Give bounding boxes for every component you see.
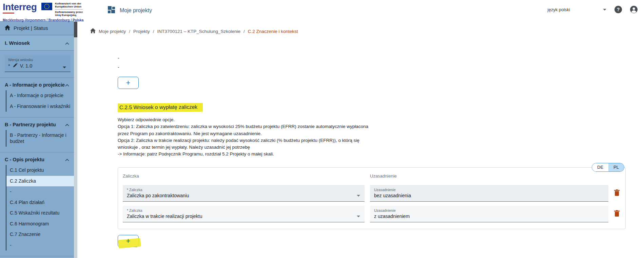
sidebar-item-project-status[interactable]: Projekt | Status — [0, 21, 74, 35]
uzasadnienie-input-label: Uzasadnienie — [374, 188, 604, 192]
sidebar-group: B - Partnerzy projektuB - Partnerzy - In… — [0, 117, 74, 147]
zaliczka-select[interactable]: * ZaliczkaZaliczka po zakontraktowaniu — [123, 185, 365, 202]
section-description: Wybierz odpowiednie opcje.Opcja 1: Zalic… — [118, 116, 626, 158]
trash-icon — [614, 210, 620, 218]
sidebar-section-wniosek[interactable]: I. Wniosek — [0, 35, 74, 51]
zaliczka-table: Zaliczka Uzasadnienie * ZaliczkaZaliczka… — [118, 167, 626, 229]
sidebar-item[interactable]: C.6 Harmonogram — [6, 219, 74, 229]
sidebar-item[interactable]: C.4 Plan działań — [6, 197, 74, 208]
chevron-down-icon — [603, 6, 607, 13]
topnav-my-projects[interactable]: Moje projekty — [108, 6, 152, 15]
uzasadnienie-input-value: z uzasadnieniem — [374, 214, 604, 219]
zaliczka-select-value: Zaliczka po zakontraktowaniu — [127, 193, 360, 198]
add-item-button[interactable]: + — [118, 77, 139, 89]
add-row-button[interactable]: + — [118, 235, 139, 247]
uzasadnienie-input[interactable]: Uzasadnieniebez uzasadnienia — [370, 185, 608, 202]
sidebar-item[interactable]: C.1 Cel projektu — [6, 165, 74, 176]
sidebar-section-header[interactable]: B - Partnerzy projektu — [0, 119, 74, 130]
application-window: Interreg Kofinanziert von der Europäisch… — [0, 0, 644, 258]
apps-grid-icon — [108, 6, 115, 15]
table-row: * ZaliczkaZaliczka w trakcie realizacji … — [118, 204, 625, 224]
chevron-up-icon — [65, 82, 69, 88]
top-header: Interreg Kofinanziert von der Europäisch… — [0, 0, 644, 21]
caret-down-icon — [62, 64, 66, 70]
sidebar-item[interactable]: C.2 Zaliczka — [6, 176, 74, 187]
breadcrumb-separator: / — [153, 29, 154, 34]
sidebar-home-label: Projekt | Status — [14, 25, 48, 31]
program-region-label: Mecklenburg-Vorpommern / Brandenburg / P… — [3, 18, 83, 22]
zaliczka-select-label: * Zaliczka — [127, 208, 360, 213]
user-icon[interactable] — [630, 5, 638, 14]
eu-cofinance-text: Kofinanziert von der Europäischen Union … — [55, 2, 83, 17]
zaliczka-select[interactable]: * ZaliczkaZaliczka w trakcie realizacji … — [123, 206, 365, 222]
sidebar-item[interactable]: C.5 Wskaźniki rezultatu — [6, 208, 74, 219]
home-icon — [5, 25, 10, 31]
language-select-value[interactable]: język polski — [548, 7, 570, 12]
breadcrumb-link[interactable]: INT3700121 – KTP_Schulung_Szkolenie — [157, 29, 240, 34]
sidebar-item[interactable]: - — [6, 240, 74, 251]
uzasadnienie-input[interactable]: Uzasadnieniez uzasadnieniem — [370, 206, 608, 222]
zaliczka-select-value: Zaliczka w trakcie realizacji projektu — [127, 214, 360, 219]
sidebar-group-items: B - Partnerzy - Informacje i budżet — [6, 130, 74, 147]
breadcrumb-link[interactable]: Projekty — [133, 29, 150, 34]
topnav-title[interactable]: Moje projekty — [120, 7, 152, 14]
plus-icon: + — [126, 79, 131, 87]
help-icon[interactable]: ? — [614, 5, 622, 14]
column-header-uzasadnienie: Uzasadnienie — [370, 173, 621, 179]
plus-icon: + — [126, 237, 131, 245]
breadcrumb-current: C.2 Znaczenie i kontekst — [248, 29, 298, 34]
breadcrumb-separator: / — [129, 29, 130, 34]
delete-row-button[interactable] — [608, 189, 621, 198]
description-line: wnioskuje , oraz termin jej wypłaty. Nal… — [118, 144, 626, 151]
breadcrumb: Moje projekty/Projekty/INT3700121 – KTP_… — [77, 21, 644, 34]
sidebar-section-wniosek-label: I. Wniosek — [5, 40, 30, 46]
breadcrumb-separator: / — [243, 29, 245, 34]
delete-row-button[interactable] — [608, 210, 621, 218]
uzasadnienie-input-label: Uzasadnienie — [374, 208, 604, 213]
chevron-up-icon — [65, 157, 69, 162]
language-toggle-option-pl[interactable]: PL — [608, 163, 624, 171]
zaliczka-select-label: * Zaliczka — [127, 188, 360, 192]
table-header-row: Zaliczka Uzasadnienie — [118, 168, 625, 183]
interreg-wordmark: Interreg — [3, 2, 37, 12]
eu-flag-icon — [41, 3, 52, 12]
description-line: Opcja 1: Zaliczka po zatwierdzeniu: zali… — [118, 123, 626, 130]
main-panel: Moje projekty/Projekty/INT3700121 – KTP_… — [77, 21, 644, 258]
description-line: przez Program po zakontraktowaniu. Nie j… — [118, 130, 626, 137]
version-required-asterisk: * — [8, 63, 10, 69]
interreg-red-bar — [3, 13, 14, 14]
version-select[interactable]: Wersja wniosku * V. 1.0 — [5, 55, 71, 72]
uzasadnienie-input-value: bez uzasadnienia — [374, 193, 604, 198]
section-title: C.2.5 Wniosek o wypłatę zaliczek — [118, 103, 626, 112]
language-select[interactable]: język polski — [548, 6, 607, 13]
sidebar-group: C - Opis projektuC.1 Cel projektuC.2 Zal… — [0, 152, 74, 251]
sidebar-item[interactable]: C.7 Znaczenie — [6, 229, 74, 240]
sidebar-section-label: C - Opis projektu — [5, 157, 44, 162]
sidebar-section-label: A - Informacje o projekcie — [5, 82, 65, 88]
description-line: Opcja 2: Zaliczka w trakcie realizacji p… — [118, 137, 626, 144]
svg-text:?: ? — [617, 7, 620, 12]
pencil-icon — [13, 63, 18, 69]
sidebar-scrollbar-thumb[interactable] — [74, 22, 77, 37]
interreg-logo: Interreg Kofinanziert von der Europäisch… — [3, 2, 83, 22]
sidebar-item[interactable]: - — [6, 186, 74, 197]
breadcrumb-link[interactable]: Moje projekty — [99, 29, 126, 34]
description-line: Wybierz odpowiednie opcje. — [118, 116, 626, 123]
sidebar-group: A - Informacje o projekcieA - Informacje… — [0, 77, 74, 112]
chevron-up-icon — [65, 40, 69, 46]
table-row: * ZaliczkaZaliczka po zakontraktowaniuUz… — [118, 183, 625, 204]
language-toggle-option-de[interactable]: DE — [592, 163, 608, 171]
sidebar-scrollbar[interactable] — [74, 21, 77, 258]
sidebar-section-header[interactable]: A - Informacje o projekcie — [0, 79, 74, 90]
sidebar-item[interactable]: A - Informacje o projekcie — [6, 90, 74, 101]
trash-icon — [614, 189, 620, 198]
highlighted-section-title: C.2.5 Wniosek o wypłatę zaliczek — [118, 103, 203, 112]
column-header-zaliczka: Zaliczka — [123, 173, 365, 179]
field-language-toggle: DEPL — [592, 163, 624, 172]
chevron-up-icon — [65, 122, 69, 127]
placeholder-dash: - — [118, 55, 626, 64]
home-icon[interactable] — [90, 28, 96, 34]
sidebar-item[interactable]: B - Partnerzy - Informacje i budżet — [6, 130, 74, 147]
sidebar-section-header[interactable]: C - Opis projektu — [0, 154, 74, 165]
sidebar-item[interactable]: A - Finansowanie i wskaźniki — [6, 101, 74, 112]
